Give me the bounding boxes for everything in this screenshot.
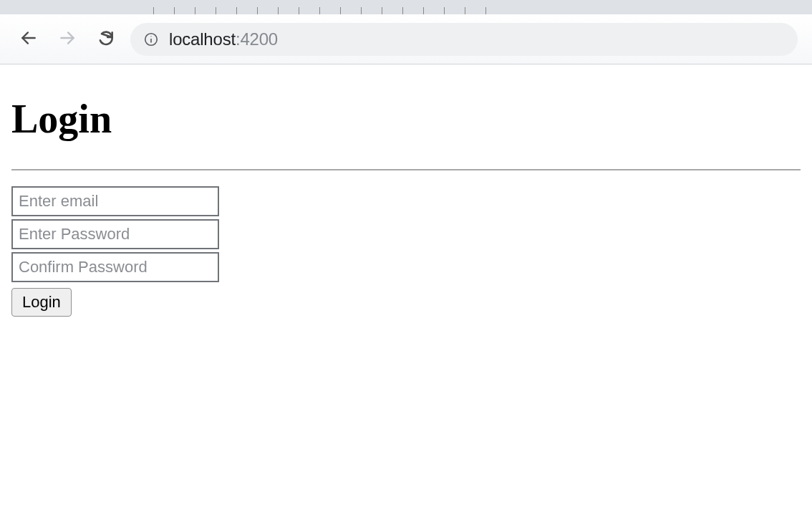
password-input[interactable] xyxy=(11,219,219,249)
url-port: :4200 xyxy=(236,29,278,49)
url-host: localhost xyxy=(169,29,236,49)
address-bar[interactable]: localhost:4200 xyxy=(130,23,798,56)
browser-tabstrip xyxy=(0,0,812,14)
url-text: localhost:4200 xyxy=(169,29,278,49)
confirm-password-input[interactable] xyxy=(11,252,219,282)
arrow-right-icon xyxy=(58,29,77,49)
forward-button[interactable] xyxy=(53,25,82,54)
login-form: Login xyxy=(11,186,801,317)
email-input[interactable] xyxy=(11,186,219,216)
site-info-icon[interactable] xyxy=(143,32,159,47)
divider xyxy=(11,169,801,170)
svg-point-2 xyxy=(150,36,151,37)
reload-icon xyxy=(97,29,115,49)
back-button[interactable] xyxy=(14,25,43,54)
arrow-left-icon xyxy=(19,29,38,49)
browser-toolbar: localhost:4200 xyxy=(0,14,812,64)
page-title: Login xyxy=(11,96,801,142)
login-button[interactable]: Login xyxy=(11,288,72,317)
reload-button[interactable] xyxy=(92,25,120,54)
page-content: Login Login xyxy=(0,64,812,317)
